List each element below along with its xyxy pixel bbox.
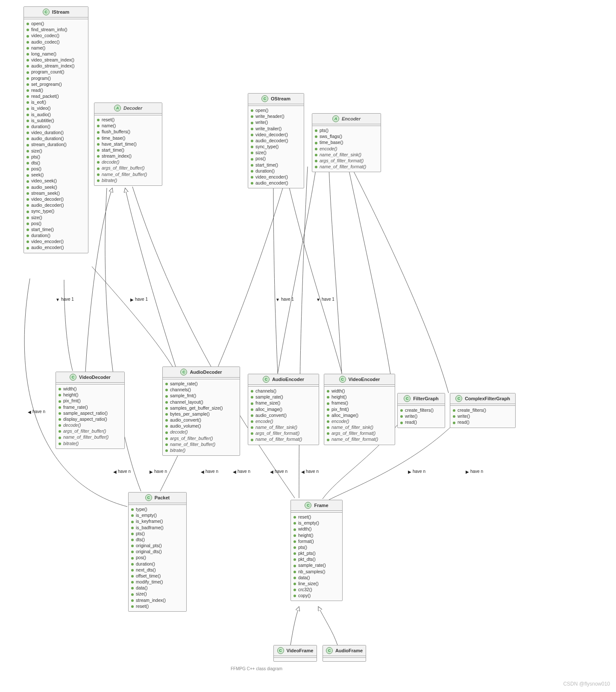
member-label: is_keyframe(): [136, 519, 163, 524]
class-title: VideoDecoder: [79, 375, 111, 380]
class-member: args_of_filter_buffer(): [97, 165, 159, 171]
public-icon: [293, 595, 296, 597]
class-title: Decoder: [123, 106, 142, 111]
class-member: read_packet(): [26, 93, 85, 99]
class-member: video_seek(): [26, 178, 85, 184]
class-member: stream_index(): [131, 597, 184, 603]
class-member: video_codec(): [26, 32, 85, 38]
public-icon: [97, 119, 100, 121]
public-icon: [131, 581, 134, 584]
member-label: alloc_image(): [255, 407, 282, 412]
member-label: args_of_filter_format(): [255, 431, 299, 436]
class-title: Encoder: [342, 116, 361, 121]
member-label: pos(): [136, 555, 146, 560]
class-member: name_of_filter_sink(): [327, 424, 392, 430]
class-member: name_of_filter_buffer(): [97, 171, 159, 177]
member-label: name_of_filter_format(): [331, 437, 378, 442]
member-label: pos(): [255, 156, 266, 161]
class-icon: C: [261, 95, 268, 102]
diagram-caption: FFMPG C++ class diagram: [231, 666, 282, 671]
public-icon: [26, 180, 29, 183]
member-label: pkt_pts(): [298, 551, 316, 556]
public-icon: [315, 166, 317, 168]
public-icon: [165, 401, 168, 404]
public-icon: [165, 443, 168, 446]
class-icon: C: [339, 376, 346, 383]
class-member: height(): [293, 532, 340, 538]
member-label: next_dts(): [136, 567, 156, 572]
public-icon: [165, 437, 168, 440]
class-members: width()height()frames()pix_fmt()alloc_im…: [324, 387, 395, 445]
class-member: frame_size(): [251, 400, 316, 406]
class-member: is_video(): [26, 105, 85, 111]
member-label: program(): [31, 76, 51, 81]
class-member: create_filters(): [453, 407, 513, 413]
public-icon: [251, 426, 253, 429]
public-icon: [97, 143, 100, 146]
edge-label: ◀have n: [233, 469, 250, 474]
class-icon: C: [70, 374, 76, 381]
class-member: sample_aspect_ratio(): [59, 410, 122, 416]
class-member: audio_convert(): [165, 417, 237, 423]
member-label: nb_samples(): [298, 569, 326, 574]
class-members: create_filters()write()read(): [450, 406, 515, 428]
class-member: write(): [251, 119, 301, 125]
public-icon: [327, 420, 329, 423]
class-icon: C: [43, 9, 50, 15]
class-members: channels()sample_rate()frame_size()alloc…: [248, 387, 319, 445]
member-label: seek(): [31, 172, 44, 177]
class-title: OStream: [271, 96, 290, 101]
member-label: write(): [458, 413, 470, 419]
member-label: alloc_image(): [331, 413, 358, 418]
public-icon: [26, 41, 29, 44]
class-member: audio_duration(): [26, 135, 85, 141]
public-icon: [59, 400, 61, 403]
class-member: read(): [453, 419, 513, 425]
class-member: write_trailer(): [251, 126, 301, 132]
class-Decoder: ADecoder reset()name()flush_buffers()tim…: [94, 103, 162, 186]
public-icon: [293, 571, 296, 573]
member-label: open(): [31, 21, 44, 26]
public-icon: [293, 577, 296, 579]
class-member: display_aspect_ratio(): [59, 416, 122, 422]
class-member: original_dts(): [131, 548, 184, 554]
class-member: stream_seek(): [26, 190, 85, 196]
class-member: encode(): [327, 418, 392, 424]
public-icon: [251, 182, 253, 185]
member-label: video_stream_index(): [31, 57, 74, 62]
class-members: width()height()pix_fmt()frame_rate()samp…: [56, 384, 124, 449]
class-member: stream_index(): [97, 153, 159, 159]
member-label: open(): [255, 108, 268, 113]
member-label: name_of_filter_format(): [320, 164, 366, 169]
class-member: pos(): [131, 554, 184, 560]
class-member: audio_encoder(): [251, 180, 301, 186]
member-label: pos(): [31, 166, 41, 171]
public-icon: [251, 170, 253, 173]
class-member: pos(): [26, 166, 85, 172]
class-member: height(): [59, 392, 122, 398]
member-label: is_badframe(): [136, 525, 164, 530]
public-icon: [26, 77, 29, 80]
class-member: size(): [131, 591, 184, 597]
member-label: name_of_filter_buffer(): [63, 434, 109, 440]
member-label: size(): [255, 150, 267, 155]
member-label: args_of_filter_format(): [320, 158, 364, 163]
public-icon: [131, 557, 134, 560]
class-member: bitrate(): [165, 447, 237, 453]
class-member: encode(): [251, 418, 316, 424]
member-label: reset(): [298, 514, 311, 519]
public-icon: [26, 89, 29, 92]
member-label: duration(): [255, 168, 275, 173]
public-icon: [251, 396, 253, 399]
class-member: copy(): [293, 592, 340, 598]
class-members: open()find_stream_info()video_codec()aud…: [24, 19, 88, 253]
public-icon: [26, 217, 29, 219]
member-label: args_of_filter_buffer(): [63, 428, 106, 434]
class-member: create_filters(): [400, 407, 442, 413]
public-icon: [165, 407, 168, 410]
class-VideoDecoder: CVideoDecoder width()height()pix_fmt()fr…: [56, 372, 125, 449]
public-icon: [131, 599, 134, 602]
class-member: channels(): [251, 388, 316, 394]
public-icon: [315, 142, 317, 144]
class-member: video_encoder(): [26, 238, 85, 244]
